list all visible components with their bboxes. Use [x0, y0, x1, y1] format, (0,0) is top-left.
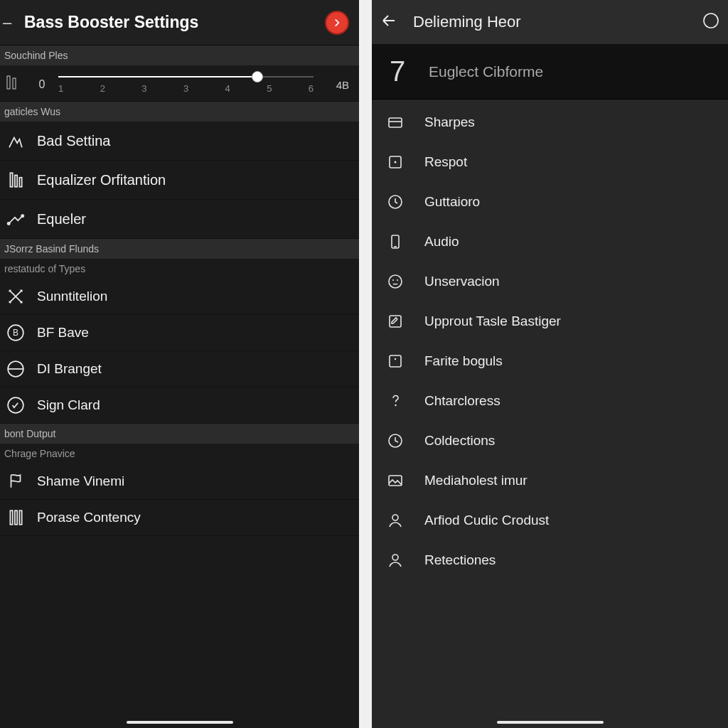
- svg-point-30: [392, 555, 398, 560]
- svg-point-14: [704, 14, 718, 28]
- info-button[interactable]: [702, 12, 719, 32]
- svg-point-17: [395, 161, 397, 164]
- menu-item[interactable]: Mediaholest imur: [372, 461, 728, 500]
- svg-rect-28: [389, 476, 402, 486]
- menu-item[interactable]: Audio: [372, 222, 728, 262]
- slider-min: 0: [33, 78, 51, 91]
- clock-icon: [385, 432, 406, 449]
- list-item[interactable]: DI Branget: [0, 351, 359, 387]
- summary-number: 7: [383, 55, 412, 87]
- person-icon: [385, 552, 406, 569]
- menu-item[interactable]: Retectiones: [372, 540, 728, 580]
- right-panel: Delieming Heor 7 Euglect Cibforme Sharpe…: [372, 0, 728, 728]
- section-header-4: bont Dutput: [0, 424, 359, 444]
- svg-rect-12: [15, 510, 17, 525]
- slider-tick: 2: [100, 83, 105, 94]
- left-panel: – Bass Booster Settings Souchind Ples 0 …: [0, 0, 359, 728]
- right-header: Delieming Heor: [372, 0, 728, 44]
- menu-label: Upprout Tasle Bastiger: [424, 314, 561, 329]
- menu-label: Mediaholest imur: [424, 473, 528, 488]
- list-item[interactable]: Equalizer Orfitantion: [0, 161, 359, 200]
- list-item[interactable]: Porase Contency: [0, 500, 359, 536]
- svg-point-26: [395, 405, 396, 406]
- left-title: Bass Booster Settings: [24, 13, 325, 32]
- edit-icon: [385, 313, 406, 330]
- list-item[interactable]: Shame Vinemi: [0, 464, 359, 500]
- item-icon: [4, 360, 27, 378]
- list-item[interactable]: Bad Settina: [0, 122, 359, 161]
- menu-item[interactable]: Unservacion: [372, 262, 728, 301]
- person-icon: [385, 512, 406, 529]
- box-dot2-icon: [385, 353, 406, 370]
- item-label: Shame Vinemi: [37, 473, 124, 489]
- menu-label: Sharpes: [424, 114, 475, 130]
- back-button[interactable]: –: [3, 14, 24, 32]
- box-dot-icon: [385, 154, 406, 171]
- svg-point-21: [392, 279, 394, 281]
- menu-item[interactable]: Guttaioro: [372, 182, 728, 222]
- menu-label: Arfiod Cudic Crodust: [424, 513, 549, 528]
- menu-label: Retectiones: [424, 552, 496, 568]
- home-indicator[interactable]: [127, 721, 233, 724]
- item-icon: [4, 210, 27, 228]
- left-header: – Bass Booster Settings: [0, 0, 359, 46]
- info-icon: [702, 12, 719, 29]
- summary-row[interactable]: 7 Euglect Cibforme: [372, 44, 728, 100]
- slider-max: 4B: [321, 79, 352, 91]
- menu-label: Coldections: [424, 433, 495, 449]
- image-icon: [385, 472, 406, 489]
- menu-item[interactable]: Arfiod Cudic Crodust: [372, 500, 728, 540]
- menu-item[interactable]: Sharpes: [372, 102, 728, 142]
- slider-row: 0 1233456 4B: [0, 65, 359, 102]
- arrow-left-icon: [380, 12, 397, 29]
- slider-icon: [4, 74, 26, 95]
- list-item[interactable]: Sign Clard: [0, 387, 359, 424]
- slider[interactable]: 1233456: [58, 76, 314, 94]
- menu-label: Guttaioro: [424, 194, 480, 210]
- menu-item[interactable]: Coldections: [372, 421, 728, 461]
- svg-point-25: [395, 358, 396, 360]
- slider-tick: 1: [58, 83, 63, 94]
- svg-rect-3: [15, 176, 17, 187]
- svg-rect-15: [389, 118, 402, 127]
- section-header-3: JSorrz Basind Flunds: [0, 239, 359, 259]
- svg-rect-11: [10, 510, 12, 525]
- list-item[interactable]: Sunntitelion: [0, 279, 359, 315]
- section-header-1: Souchind Ples: [0, 46, 359, 65]
- item-label: Bad Settina: [37, 133, 110, 149]
- menu-label: Farite boguls: [424, 353, 503, 369]
- item-icon: [4, 396, 27, 414]
- svg-rect-24: [390, 355, 401, 367]
- question-icon: [385, 392, 406, 410]
- slider-tick: 4: [225, 83, 230, 94]
- menu-label: Chtarcloress: [424, 393, 500, 409]
- svg-point-20: [389, 275, 402, 288]
- svg-rect-0: [7, 76, 10, 89]
- item-icon: B: [4, 323, 27, 342]
- menu-label: Unservacion: [424, 274, 500, 289]
- back-button[interactable]: [380, 12, 400, 32]
- section-header-2: gaticles Wus: [0, 102, 359, 122]
- item-label: Sunntitelion: [37, 289, 107, 304]
- action-button[interactable]: [325, 11, 349, 35]
- svg-rect-13: [19, 510, 21, 525]
- svg-text:B: B: [13, 328, 18, 338]
- item-label: DI Branget: [37, 361, 102, 377]
- menu-item[interactable]: Upprout Tasle Bastiger: [372, 301, 728, 341]
- list-item[interactable]: Equeler: [0, 200, 359, 239]
- phone-icon: [385, 233, 406, 250]
- item-label: Equalizer Orfitantion: [37, 172, 166, 188]
- chevron-right-icon: [332, 18, 342, 28]
- menu-item[interactable]: Farite boguls: [372, 341, 728, 381]
- slider-tick: 6: [309, 83, 314, 94]
- svg-rect-2: [10, 173, 12, 187]
- home-indicator[interactable]: [497, 721, 604, 724]
- menu-item[interactable]: Respot: [372, 142, 728, 182]
- face-icon: [385, 273, 406, 290]
- svg-point-22: [397, 279, 398, 281]
- menu-item[interactable]: Chtarcloress: [372, 381, 728, 421]
- item-label: Porase Contency: [37, 510, 141, 525]
- svg-point-29: [392, 515, 398, 520]
- clock-arrow-icon: [385, 193, 406, 210]
- list-item[interactable]: BBF Bave: [0, 315, 359, 351]
